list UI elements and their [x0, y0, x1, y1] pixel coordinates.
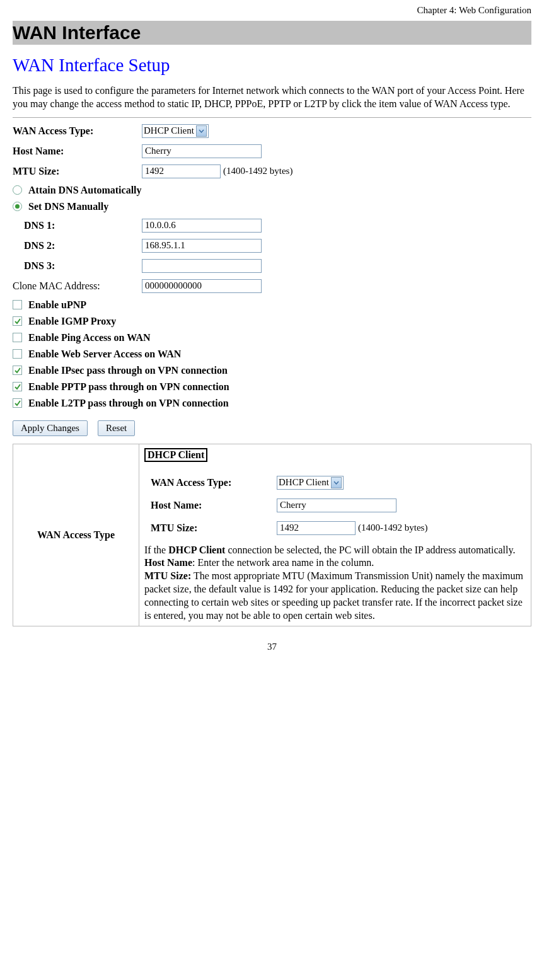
desc-bold: MTU Size:: [144, 570, 191, 581]
checkbox-icon: [13, 382, 22, 391]
row-dns2: DNS 2:: [13, 239, 531, 253]
chk-l2tp[interactable]: Enable L2TP pass through on VPN connecti…: [13, 398, 531, 409]
chk-ping[interactable]: Enable Ping Access on WAN: [13, 332, 531, 343]
row-wan-access-type: WAN Access Type: DHCP Client: [13, 124, 531, 138]
row-dns1: DNS 1:: [13, 219, 531, 233]
radio-icon: [13, 185, 22, 195]
setup-title: WAN Interface Setup: [13, 55, 531, 76]
chk-ping-label: Enable Ping Access on WAN: [28, 332, 151, 343]
checkbox-icon: [13, 398, 22, 408]
desc-bold: Host Name: [144, 557, 192, 568]
row-mtu-size: MTU Size: (1400-1492 bytes): [13, 164, 531, 178]
clone-mac-label: Clone MAC Address:: [13, 280, 142, 292]
chk-pptp-label: Enable PPTP pass through on VPN connecti…: [28, 381, 229, 393]
chk-ipsec-label: Enable IPsec pass through on VPN connect…: [28, 365, 228, 376]
checkbox-icon: [13, 316, 22, 326]
chevron-down-icon: [331, 477, 342, 488]
chapter-header: Chapter 4: Web Configuration: [13, 5, 531, 16]
chevron-down-icon: [196, 125, 207, 137]
inner-row-wan-access: WAN Access Type: DHCP Client: [144, 476, 526, 490]
radio-dns-auto-label: Attain DNS Automatically: [28, 185, 142, 196]
chk-web-label: Enable Web Server Access on WAN: [28, 349, 181, 360]
dns1-input[interactable]: [142, 219, 262, 233]
desc-bold: DHCP Client: [168, 545, 225, 555]
chk-igmp[interactable]: Enable IGMP Proxy: [13, 316, 531, 327]
setup-description: This page is used to configure the param…: [13, 84, 531, 111]
mtu-size-input[interactable]: [142, 164, 221, 178]
dns1-label: DNS 1:: [13, 220, 142, 231]
page-number: 37: [13, 642, 531, 652]
host-name-input[interactable]: [142, 144, 262, 158]
host-name-label: Host Name:: [13, 146, 142, 157]
chk-web[interactable]: Enable Web Server Access on WAN: [13, 349, 531, 360]
checkbox-icon: [13, 333, 22, 342]
chk-upnp-label: Enable uPNP: [28, 299, 86, 311]
chk-pptp[interactable]: Enable PPTP pass through on VPN connecti…: [13, 381, 531, 393]
reset-button[interactable]: Reset: [98, 420, 135, 436]
mtu-size-hint: (1400-1492 bytes): [223, 166, 292, 176]
table-row-label: WAN Access Type: [13, 444, 139, 626]
desc-text: : Enter the network area name in the col…: [192, 557, 374, 568]
info-table: WAN Access Type DHCP Client WAN Access T…: [13, 444, 531, 627]
inner-mtu-hint: (1400-1492 bytes): [358, 522, 427, 533]
row-host-name: Host Name:: [13, 144, 531, 158]
description-block: If the DHCP Client connection be selecte…: [144, 544, 526, 623]
section-heading: WAN Interface: [13, 21, 531, 45]
inner-wan-label: WAN Access Type:: [144, 477, 277, 488]
radio-dns-manual-label: Set DNS Manually: [28, 201, 108, 212]
radio-icon: [13, 202, 22, 211]
dns2-label: DNS 2:: [13, 240, 142, 251]
inner-row-mtu: MTU Size: (1400-1492 bytes): [144, 521, 526, 535]
inner-wan-value: DHCP Client: [279, 477, 329, 488]
row-clone-mac: Clone MAC Address:: [13, 279, 531, 293]
mtu-size-label: MTU Size:: [13, 166, 142, 177]
chk-ipsec[interactable]: Enable IPsec pass through on VPN connect…: [13, 365, 531, 376]
dns2-input[interactable]: [142, 239, 262, 253]
inner-row-host: Host Name:: [144, 499, 526, 512]
wan-access-type-label: WAN Access Type:: [13, 125, 142, 137]
inner-wan-select[interactable]: DHCP Client: [277, 476, 344, 490]
checkbox-icon: [13, 366, 22, 375]
dhcp-client-heading: DHCP Client: [144, 448, 207, 462]
wan-access-type-value: DHCP Client: [144, 125, 194, 136]
inner-host-label: Host Name:: [144, 500, 277, 511]
radio-dns-manual[interactable]: Set DNS Manually: [13, 201, 531, 212]
apply-changes-button[interactable]: Apply Changes: [13, 420, 88, 436]
desc-text: connection be selected, the PC will obta…: [225, 545, 515, 555]
dns3-label: DNS 3:: [13, 260, 142, 272]
clone-mac-input[interactable]: [142, 279, 262, 293]
inner-mtu-input[interactable]: [277, 521, 356, 535]
radio-dns-auto[interactable]: Attain DNS Automatically: [13, 185, 531, 196]
button-row: Apply Changes Reset: [13, 420, 531, 436]
row-dns3: DNS 3:: [13, 259, 531, 273]
wan-access-type-select[interactable]: DHCP Client: [142, 124, 209, 138]
inner-host-input[interactable]: [277, 499, 396, 512]
table-row: WAN Access Type DHCP Client WAN Access T…: [13, 444, 531, 626]
checkbox-icon: [13, 349, 22, 359]
inner-mtu-label: MTU Size:: [144, 522, 277, 534]
divider: [13, 117, 531, 118]
chk-igmp-label: Enable IGMP Proxy: [28, 316, 116, 327]
table-cell-content: DHCP Client WAN Access Type: DHCP Client…: [139, 444, 531, 626]
chk-upnp[interactable]: Enable uPNP: [13, 299, 531, 311]
dns3-input[interactable]: [142, 259, 262, 273]
checkbox-icon: [13, 300, 22, 309]
desc-text: The most appropriate MTU (Maximum Transm…: [144, 570, 523, 620]
desc-text: If the: [144, 545, 168, 555]
chk-l2tp-label: Enable L2TP pass through on VPN connecti…: [28, 398, 229, 409]
